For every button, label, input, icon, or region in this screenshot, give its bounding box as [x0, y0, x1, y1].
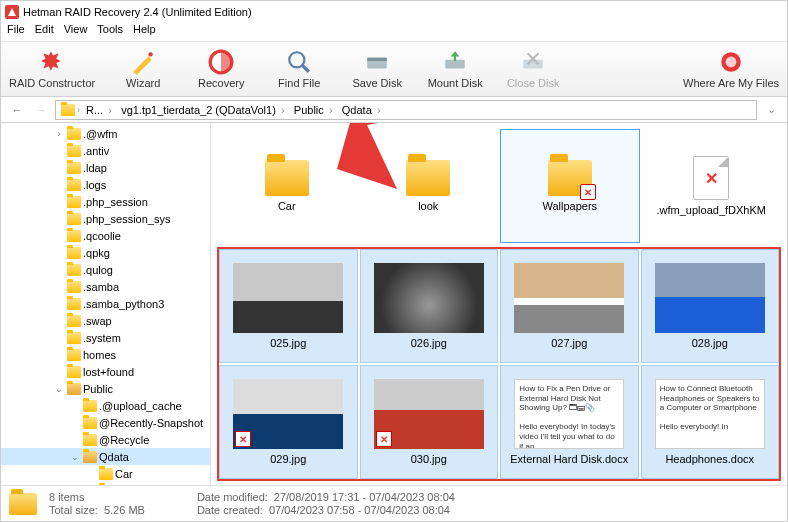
tree-item[interactable]: .system — [1, 329, 210, 346]
folder-icon — [67, 281, 81, 293]
status-items: 8 items — [49, 491, 145, 503]
tree-item[interactable]: .php_session_sys — [1, 210, 210, 227]
tree-item[interactable]: .php_session — [1, 193, 210, 210]
save-disk-button[interactable]: Save Disk — [347, 49, 407, 89]
folder-icon — [67, 383, 81, 395]
breadcrumb-segment[interactable]: vg1.tp1_tierdata_2 (QDataVol1)› — [118, 104, 291, 116]
breadcrumb-segment[interactable]: R...› — [83, 104, 118, 116]
folder-item[interactable]: ✕.wfm_upload_fDXhKM — [642, 129, 782, 243]
close-disk-icon — [520, 49, 546, 75]
breadcrumb-segment[interactable]: Public› — [291, 104, 339, 116]
raid-constructor-button[interactable]: RAID Constructor — [9, 49, 95, 89]
folder-icon — [99, 468, 113, 480]
menu-edit[interactable]: Edit — [35, 23, 54, 41]
image-thumbnail — [374, 379, 484, 449]
image-thumbnail — [233, 263, 343, 333]
tree-item[interactable]: .@upload_cache — [1, 397, 210, 414]
folder-item[interactable]: Wallpapers — [500, 129, 640, 243]
tree-twisty[interactable]: ⌄ — [53, 384, 65, 394]
folder-icon — [83, 417, 97, 429]
folder-icon — [67, 315, 81, 327]
nav-forward-button[interactable]: → — [31, 100, 51, 120]
wizard-button[interactable]: Wizard — [113, 49, 173, 89]
tree-item[interactable]: .samba_python3 — [1, 295, 210, 312]
folder-icon — [67, 213, 81, 225]
where-are-my-files-button[interactable]: Where Are My Files — [683, 49, 779, 89]
breadcrumb[interactable]: › R...›vg1.tp1_tierdata_2 (QDataVol1)›Pu… — [55, 100, 757, 120]
find-file-button[interactable]: Find File — [269, 49, 329, 89]
breadcrumb-segment[interactable]: Qdata› — [339, 104, 387, 116]
folder-icon — [67, 196, 81, 208]
save-disk-icon — [364, 49, 390, 75]
file-item[interactable]: 029.jpg — [219, 365, 358, 479]
folder-item[interactable]: Car — [217, 129, 357, 243]
folder-icon — [67, 298, 81, 310]
close-disk-button[interactable]: Close Disk — [503, 49, 563, 89]
tree-item[interactable]: ›.@wfm — [1, 125, 210, 142]
breadcrumb-dropdown[interactable]: ⌄ — [761, 103, 781, 116]
tree-item[interactable]: ⌄Public — [1, 380, 210, 397]
file-item[interactable]: How to Connect Bluetooth Headphones or S… — [641, 365, 780, 479]
folder-tree[interactable]: ›.@wfm.antiv.ldap.logs.php_session.php_s… — [1, 123, 211, 485]
file-item[interactable]: 030.jpg — [360, 365, 499, 479]
folder-icon — [67, 128, 81, 140]
svg-point-8 — [726, 57, 737, 68]
file-item[interactable]: 026.jpg — [360, 249, 499, 363]
folder-icon — [67, 162, 81, 174]
file-item[interactable]: 025.jpg — [219, 249, 358, 363]
folder-icon — [83, 434, 97, 446]
where-are-my-files-icon — [718, 49, 744, 75]
tree-item[interactable]: .qcoolie — [1, 227, 210, 244]
tree-item[interactable]: .ldap — [1, 159, 210, 176]
recovery-button[interactable]: Recovery — [191, 49, 251, 89]
tree-item[interactable]: ⌄Qdata — [1, 448, 210, 465]
menu-file[interactable]: File — [7, 23, 25, 41]
tree-item[interactable]: .samba — [1, 278, 210, 295]
image-thumbnail — [514, 263, 624, 333]
folder-icon — [61, 104, 75, 116]
tree-item[interactable]: lost+found — [1, 363, 210, 380]
folder-icon — [67, 366, 81, 378]
tree-twisty[interactable]: › — [53, 129, 65, 139]
tree-item[interactable]: @Recycle — [1, 431, 210, 448]
image-thumbnail — [655, 263, 765, 333]
tree-item[interactable]: @Recently-Snapshot — [1, 414, 210, 431]
file-item[interactable]: How to Fix a Pen Drive or External Hard … — [500, 365, 639, 479]
tree-item[interactable]: .antiv — [1, 142, 210, 159]
tree-item[interactable]: .swap — [1, 312, 210, 329]
menu-view[interactable]: View — [64, 23, 88, 41]
mount-disk-icon — [442, 49, 468, 75]
recovery-icon — [208, 49, 234, 75]
tree-item[interactable]: .qpkg — [1, 244, 210, 261]
file-item[interactable]: 027.jpg — [500, 249, 639, 363]
raid-constructor-icon — [39, 49, 65, 75]
folder-icon — [67, 332, 81, 344]
folder-icon — [83, 400, 97, 412]
folder-icon — [265, 160, 309, 196]
tree-item[interactable]: .qulog — [1, 261, 210, 278]
menu-help[interactable]: Help — [133, 23, 156, 41]
nav-back-button[interactable]: ← — [7, 100, 27, 120]
mount-disk-button[interactable]: Mount Disk — [425, 49, 485, 89]
tree-twisty[interactable]: ⌄ — [69, 452, 81, 462]
folder-icon — [83, 451, 97, 463]
menu-tools[interactable]: Tools — [97, 23, 123, 41]
tree-item[interactable]: .logs — [1, 176, 210, 193]
title-bar: Hetman RAID Recovery 2.4 (Unlimited Edit… — [1, 1, 787, 23]
folder-icon — [67, 349, 81, 361]
navigation-bar: ← → › R...›vg1.tp1_tierdata_2 (QDataVol1… — [1, 97, 787, 123]
folder-icon — [9, 493, 37, 515]
tree-item[interactable]: Car — [1, 465, 210, 482]
file-item[interactable]: 028.jpg — [641, 249, 780, 363]
svg-point-0 — [149, 52, 153, 56]
image-thumbnail — [374, 263, 484, 333]
tree-item[interactable]: homes — [1, 346, 210, 363]
folder-icon — [67, 145, 81, 157]
folder-icon — [67, 179, 81, 191]
folder-icon — [99, 485, 113, 486]
folder-icon — [67, 247, 81, 259]
folder-icon — [406, 160, 450, 196]
folder-item[interactable]: look — [359, 129, 499, 243]
content-pane: CarlookWallpapers✕.wfm_upload_fDXhKM 025… — [211, 123, 787, 485]
folder-icon — [67, 264, 81, 276]
